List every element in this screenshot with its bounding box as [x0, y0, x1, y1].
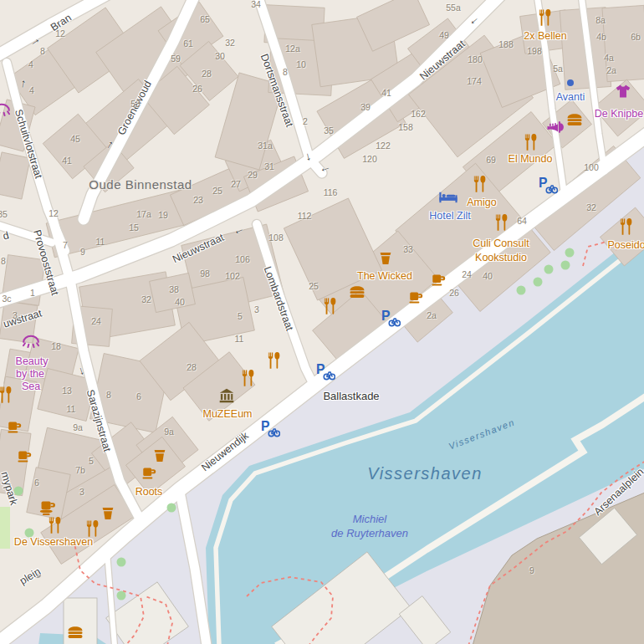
map-canvas[interactable]: Oude BinnenstadBranSchuitvlotstraatGroen…: [0, 0, 644, 644]
poi-dot-blue: [567, 79, 574, 86]
tree-icon: [544, 265, 554, 274]
tree-icon: [565, 248, 575, 258]
tree-icon: [117, 591, 126, 601]
tree-icon: [14, 487, 23, 496]
tree-icon: [167, 503, 176, 513]
tree-icon: [517, 286, 526, 295]
tree-icon: [25, 529, 34, 538]
tree-icon: [117, 558, 126, 567]
tree-icon: [561, 261, 570, 270]
poi-dot-gray: [34, 571, 41, 578]
map-base-layers: [0, 0, 644, 644]
tree-icon: [534, 278, 543, 287]
